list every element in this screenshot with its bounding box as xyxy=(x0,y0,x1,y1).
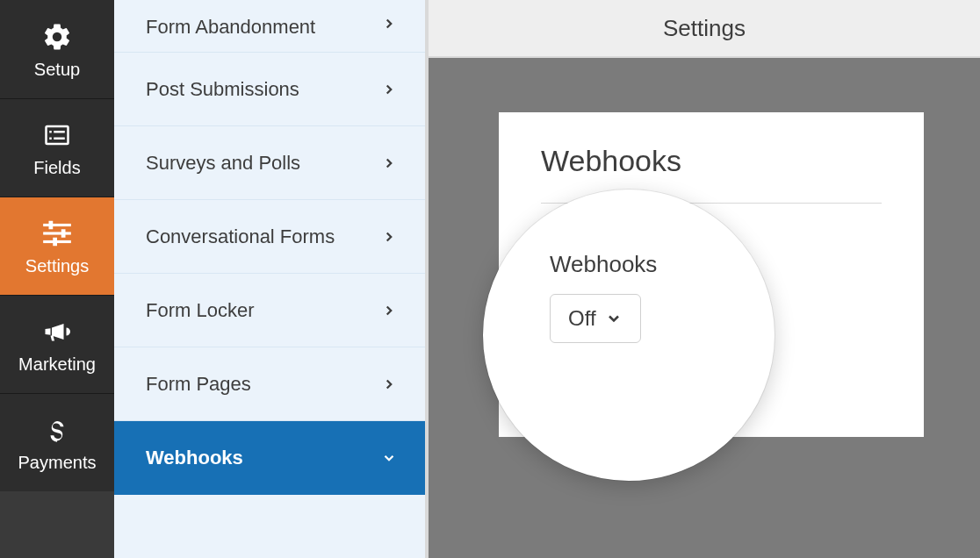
dollar-icon xyxy=(40,412,75,447)
settings-item-form-pages[interactable]: Form Pages xyxy=(114,347,425,421)
dropdown-value: Off xyxy=(568,306,596,331)
settings-item-post-submissions[interactable]: Post Submissions xyxy=(114,53,425,126)
settings-item-surveys-polls[interactable]: Surveys and Polls xyxy=(114,126,425,200)
settings-item-label: Form Locker xyxy=(146,299,254,322)
settings-item-form-locker[interactable]: Form Locker xyxy=(114,274,425,347)
svg-rect-3 xyxy=(49,138,52,140)
svg-rect-0 xyxy=(47,126,68,144)
page-header-title: Settings xyxy=(663,15,746,42)
settings-item-conversational-forms[interactable]: Conversational Forms xyxy=(114,200,425,274)
settings-item-webhooks[interactable]: Webhooks xyxy=(114,421,425,495)
left-sidebar: Setup Fields Settings Marketing Payments xyxy=(0,0,114,558)
settings-item-form-abandonment[interactable]: Form Abandonment xyxy=(114,0,425,53)
sidebar-item-payments[interactable]: Payments xyxy=(0,393,114,491)
svg-rect-4 xyxy=(54,138,65,140)
settings-submenu: Form Abandonment Post Submissions Survey… xyxy=(114,0,429,558)
sidebar-item-label: Marketing xyxy=(18,354,96,375)
webhooks-toggle-dropdown[interactable]: Off xyxy=(550,294,641,343)
gear-icon xyxy=(40,19,75,54)
chevron-right-icon xyxy=(381,376,397,392)
sidebar-item-settings[interactable]: Settings xyxy=(0,197,114,295)
svg-rect-5 xyxy=(43,224,71,226)
svg-rect-8 xyxy=(49,221,54,230)
settings-item-label: Webhooks xyxy=(146,447,243,469)
sliders-icon xyxy=(40,216,75,251)
zoom-highlight: Webhooks Off xyxy=(483,190,775,481)
sidebar-item-label: Fields xyxy=(33,158,80,178)
panel-title: Webhooks xyxy=(541,144,882,178)
sidebar-item-marketing[interactable]: Marketing xyxy=(0,295,114,393)
settings-item-label: Conversational Forms xyxy=(146,225,335,248)
settings-item-label: Surveys and Polls xyxy=(146,152,300,175)
webhooks-field-label: Webhooks xyxy=(550,251,722,278)
chevron-right-icon xyxy=(381,16,397,32)
chevron-right-icon xyxy=(381,229,397,245)
main-content: Settings Webhooks Webhooks Off xyxy=(429,0,980,558)
svg-rect-2 xyxy=(54,131,65,133)
sidebar-item-setup[interactable]: Setup xyxy=(0,0,114,98)
svg-rect-1 xyxy=(49,131,52,133)
page-header: Settings xyxy=(429,0,980,58)
settings-item-label: Form Pages xyxy=(146,373,251,396)
bullhorn-icon xyxy=(40,314,75,349)
sidebar-item-fields[interactable]: Fields xyxy=(0,98,114,197)
chevron-right-icon xyxy=(381,82,397,97)
svg-rect-10 xyxy=(53,238,57,247)
chevron-down-icon xyxy=(381,450,397,466)
sidebar-item-label: Payments xyxy=(18,453,97,473)
chevron-down-icon xyxy=(605,310,623,327)
chevron-right-icon xyxy=(381,155,397,171)
svg-rect-6 xyxy=(43,232,71,234)
settings-item-label: Form Abandonment xyxy=(146,16,315,39)
sidebar-item-label: Setup xyxy=(34,60,80,80)
svg-rect-9 xyxy=(61,229,66,238)
settings-item-label: Post Submissions xyxy=(146,78,299,101)
sidebar-item-label: Settings xyxy=(25,256,89,276)
list-icon xyxy=(40,118,75,153)
chevron-right-icon xyxy=(381,303,397,318)
